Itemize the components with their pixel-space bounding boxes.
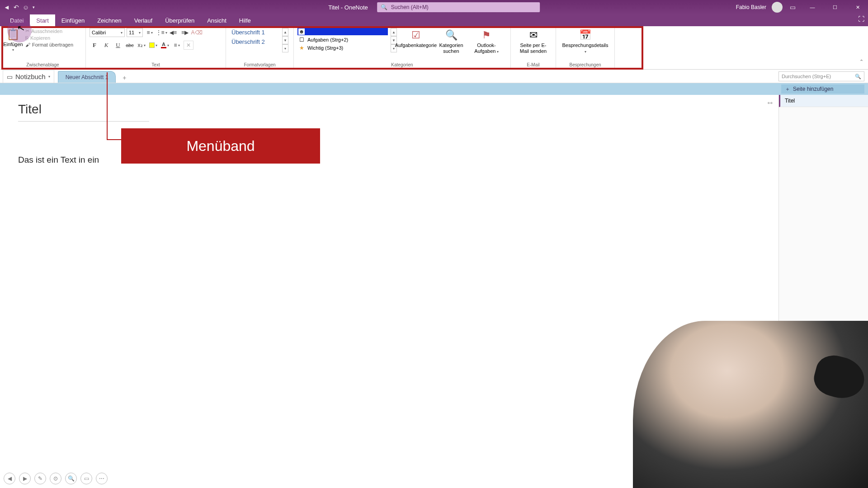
notebook-selector[interactable]: ▭ Notizbuch ▾ — [3, 70, 54, 83]
meeting-details-label: Besprechungsdetails — [562, 42, 608, 54]
pres-laser-button[interactable]: ⊙ — [50, 473, 61, 484]
tab-start[interactable]: Start — [30, 14, 55, 26]
collapse-ribbon-icon[interactable]: ⌃ — [859, 59, 863, 65]
highlight-button[interactable] — [148, 41, 158, 50]
italic-button[interactable]: K — [101, 41, 111, 50]
brush-icon: 🖌 — [25, 42, 30, 47]
meeting-details-button[interactable]: 📅 Besprechungsdetails — [569, 28, 602, 54]
delete-button[interactable]: ✕ — [184, 41, 193, 50]
clear-formatting-button[interactable]: A⌫ — [192, 28, 202, 37]
styles-more-button[interactable]: ▾ — [282, 44, 288, 52]
tag-item-3[interactable]: ★Wichtig (Strg+3) — [297, 44, 388, 52]
tags-up-button[interactable]: ▲ — [391, 28, 397, 36]
search-sections-placeholder: Durchsuchen (Strg+E) — [782, 74, 831, 79]
close-button[interactable]: ✕ — [847, 0, 868, 14]
font-name: Calibri — [92, 30, 106, 35]
expand-icon[interactable]: ⤢ — [766, 99, 775, 108]
add-page-label: Seite hinzufügen — [793, 86, 833, 92]
flag-icon: ⚑ — [482, 29, 491, 42]
maximize-button[interactable]: ☐ — [825, 0, 845, 14]
task-category-button[interactable]: ☑ Aufgabenkategorie — [400, 28, 432, 48]
search-sections-icon: 🔍 — [855, 74, 861, 80]
pres-pen-button[interactable]: ✎ — [34, 473, 46, 484]
avatar[interactable] — [772, 2, 783, 13]
page-title[interactable]: Titel — [18, 102, 145, 119]
calendar-icon: 📅 — [579, 29, 591, 42]
tab-einfuegen[interactable]: Einfügen — [55, 14, 91, 26]
find-tags-label: Kategorien suchen — [435, 42, 467, 54]
outdent-button[interactable]: ◀≡ — [168, 28, 178, 37]
tag-item-2[interactable]: ☐Aufgaben (Strg+2) — [297, 36, 388, 43]
numbering-button[interactable]: ⋮≡ — [156, 28, 166, 37]
clipboard-group-label: Zwischenablage — [4, 62, 82, 68]
bold-button[interactable]: F — [90, 41, 99, 50]
plus-icon: ＋ — [785, 85, 790, 93]
tab-ueberpruefen[interactable]: Überprüfen — [159, 14, 201, 26]
tab-ansicht[interactable]: Ansicht — [201, 14, 233, 26]
checkbox-icon: ☐ — [298, 37, 305, 43]
qat-dropdown-icon[interactable]: ▾ — [33, 5, 35, 9]
cut-icon: ✂ — [25, 28, 29, 34]
page-list-item-1[interactable]: Titel — [779, 95, 868, 107]
pres-subtitles-button[interactable]: ▭ — [80, 473, 92, 484]
undo-icon[interactable]: ↶ — [14, 4, 19, 11]
menu-bar: Datei Start Einfügen Zeichnen Verlauf Üb… — [0, 14, 868, 26]
add-page-button[interactable]: ＋ Seite hinzufügen — [781, 84, 864, 94]
notebook-bar: ▭ Notizbuch ▾ Neuer Abschnitt 1 + Durchs… — [0, 70, 868, 83]
search-icon: 🔍 — [381, 4, 387, 10]
tab-datei[interactable]: Datei — [4, 14, 30, 26]
text-group-label: Text — [90, 62, 222, 68]
font-size: 11 — [129, 30, 134, 35]
notebook-label: Notizbuch — [15, 73, 46, 80]
back-icon[interactable]: ◄ — [4, 4, 10, 11]
style-h1[interactable]: Überschrift 1 — [230, 28, 279, 37]
add-section-button[interactable]: + — [118, 73, 130, 83]
touch-mode-icon[interactable]: ☺ — [23, 4, 29, 11]
check-task-icon: ☑ — [411, 29, 420, 42]
title-bar: ◄ ↶ ☺ ▾ Titel - OneNote 🔍 Suchen (Alt+M)… — [0, 0, 868, 14]
notes-icon[interactable]: ▭ — [790, 4, 796, 11]
find-tags-button[interactable]: 🔍 Kategorien suchen — [435, 28, 467, 54]
font-size-select[interactable]: 11▾ — [127, 28, 143, 37]
group-meetings: 📅 Besprechungsdetails Besprechungen — [556, 26, 615, 69]
font-family-select[interactable]: Calibri▾ — [90, 28, 125, 37]
pres-zoom-button[interactable]: 🔍 — [65, 473, 77, 484]
outlook-tasks-label: Outlook-Aufgaben — [470, 42, 503, 54]
tab-zeichnen[interactable]: Zeichnen — [91, 14, 127, 26]
pres-prev-button[interactable]: ◀ — [4, 473, 15, 484]
fullscreen-icon[interactable]: ⛶ — [858, 15, 864, 23]
align-button[interactable]: ≡ — [172, 41, 182, 50]
callout-line-horizontal — [107, 139, 122, 140]
tag-label-3: Wichtig (Strg+3) — [307, 45, 343, 51]
copy-button[interactable]: ⎘Kopieren — [25, 35, 73, 41]
title-underline — [18, 121, 149, 122]
user-name[interactable]: Fabio Basler — [736, 4, 766, 10]
paste-button[interactable]: 📋 Einfügen ▾ — [4, 28, 23, 52]
find-tags-icon: 🔍 — [445, 29, 458, 42]
subscript-button[interactable]: x₂ — [137, 41, 146, 50]
strikethrough-button[interactable]: abc — [125, 41, 135, 50]
minimize-button[interactable]: ― — [802, 0, 823, 14]
outlook-tasks-button[interactable]: ⚑ Outlook-Aufgaben — [470, 28, 503, 54]
group-email: ✉ Seite per E-Mail senden E-Mail — [511, 26, 556, 69]
tab-verlauf[interactable]: Verlauf — [128, 14, 159, 26]
underline-button[interactable]: U — [113, 41, 123, 50]
indent-button[interactable]: ≡▶ — [180, 28, 190, 37]
styles-up-button[interactable]: ▲ — [282, 28, 288, 36]
format-painter-button[interactable]: 🖌Format übertragen — [25, 42, 73, 47]
copy-icon: ⎘ — [25, 35, 28, 41]
font-color-button[interactable]: A — [160, 41, 170, 50]
search-box[interactable]: 🔍 Suchen (Alt+M) — [377, 2, 540, 12]
bullets-button[interactable]: ≡ — [145, 28, 155, 37]
styles-down-button[interactable]: ▼ — [282, 36, 288, 44]
tag-item-1[interactable]: ☻ — [297, 28, 388, 35]
email-page-button[interactable]: ✉ Seite per E-Mail senden — [517, 28, 550, 54]
cut-button[interactable]: ✂Ausschneiden — [25, 28, 73, 34]
search-sections-input[interactable]: Durchsuchen (Strg+E) 🔍 — [778, 71, 864, 81]
tab-hilfe[interactable]: Hilfe — [233, 14, 257, 26]
task-category-label: Aufgabenkategorie — [395, 42, 437, 48]
style-h2[interactable]: Überschrift 2 — [230, 38, 279, 46]
tag-label-2: Aufgaben (Strg+2) — [307, 37, 348, 42]
pres-more-button[interactable]: ⋯ — [96, 473, 108, 484]
pres-next-button[interactable]: ▶ — [19, 473, 31, 484]
